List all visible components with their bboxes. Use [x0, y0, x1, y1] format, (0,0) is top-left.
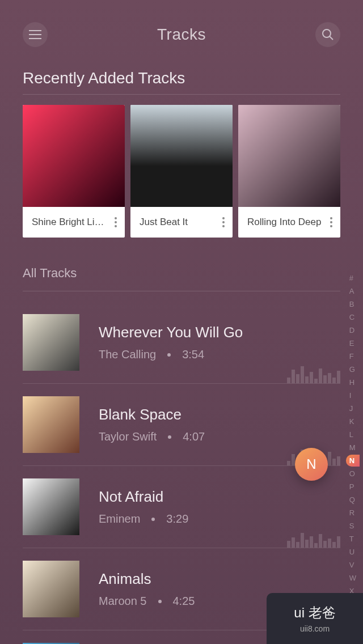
alpha-index-letter[interactable]: Q — [346, 494, 360, 506]
track-duration: 3:29 — [166, 512, 188, 526]
recent-card[interactable]: Just Beat It — [130, 105, 233, 238]
divider — [23, 291, 340, 291]
alpha-index-letter[interactable]: C — [346, 311, 360, 323]
equalizer-icon — [287, 533, 340, 548]
more-button[interactable] — [112, 215, 119, 230]
track-row[interactable]: Blank Space Taylor Swift 4:07 — [23, 384, 340, 466]
search-icon — [322, 28, 334, 41]
track-thumbnail — [23, 396, 79, 453]
track-row[interactable]: Wherever You Will Go The Calling 3:54 — [23, 302, 340, 384]
track-duration: 3:54 — [182, 348, 204, 361]
track-row[interactable]: Not Afraid Eminem 3:29 — [23, 466, 340, 548]
alpha-index-letter[interactable]: B — [346, 298, 360, 310]
track-title: Wherever You Will Go — [99, 324, 340, 341]
recently-added-row: Shine Bright Like... Just Beat It Rollin… — [23, 105, 340, 238]
page-title: Tracks — [157, 26, 206, 44]
alpha-index-letter[interactable]: S — [346, 520, 360, 532]
track-artist: The Calling — [99, 348, 156, 361]
alpha-index-letter[interactable]: L — [346, 429, 360, 440]
meta-separator-icon — [158, 600, 162, 603]
alpha-index-letter[interactable]: D — [346, 324, 360, 336]
recent-card-title: Rolling Into Deep — [247, 217, 321, 228]
divider — [23, 94, 340, 95]
recent-card-title: Shine Bright Like... — [32, 217, 108, 228]
recently-added-heading: Recently Added Tracks — [23, 69, 340, 87]
album-art — [238, 105, 340, 207]
meta-separator-icon — [168, 435, 171, 439]
track-title: Not Afraid — [99, 488, 340, 506]
track-meta: The Calling 3:54 — [99, 348, 340, 361]
alpha-index-letter[interactable]: K — [346, 416, 360, 427]
more-button[interactable] — [220, 215, 227, 230]
album-art — [130, 105, 233, 207]
album-art — [23, 105, 125, 207]
alpha-index-letter[interactable]: W — [346, 572, 360, 584]
track-duration: 4:25 — [173, 595, 195, 608]
alpha-index-letter[interactable]: G — [346, 363, 360, 375]
meta-separator-icon — [151, 518, 155, 521]
track-meta: Taylor Swift 4:07 — [99, 430, 340, 443]
track-thumbnail — [23, 478, 79, 535]
alpha-index-letter[interactable]: N — [346, 455, 360, 467]
track-thumbnail — [23, 314, 79, 371]
track-thumbnail — [23, 561, 79, 617]
recent-card[interactable]: Rolling Into Deep — [238, 105, 340, 238]
more-button[interactable] — [328, 215, 335, 230]
alpha-index-letter[interactable]: M — [346, 442, 360, 454]
alpha-index-letter[interactable]: R — [346, 507, 360, 519]
track-duration: 4:07 — [183, 430, 205, 443]
alpha-index-letter[interactable]: E — [346, 337, 360, 349]
alpha-index-letter[interactable]: V — [346, 559, 360, 571]
meta-separator-icon — [167, 353, 171, 357]
alpha-index-letter[interactable]: O — [346, 468, 360, 480]
hamburger-icon — [29, 30, 41, 39]
alpha-index-letter[interactable]: U — [346, 546, 360, 558]
search-button[interactable] — [315, 22, 340, 47]
watermark-title: ui 老爸 — [294, 604, 335, 622]
alpha-index-letter[interactable]: A — [346, 285, 360, 297]
alpha-index-letter[interactable]: I — [346, 389, 360, 401]
recent-card-title: Just Beat It — [140, 217, 188, 228]
track-artist: Taylor Swift — [99, 430, 157, 443]
track-artist: Maroon 5 — [99, 595, 147, 608]
track-title: Animals — [99, 570, 340, 588]
track-artist: Eminem — [99, 512, 140, 526]
alpha-index-letter[interactable]: P — [346, 481, 360, 493]
recent-card[interactable]: Shine Bright Like... — [23, 105, 125, 238]
alpha-index-letter[interactable]: F — [346, 350, 360, 362]
menu-button[interactable] — [23, 22, 48, 47]
watermark-url: uii8.com — [300, 624, 330, 633]
alpha-index[interactable]: #ABCDEFGHIJKLMNOPQRSTUVWXY — [346, 272, 360, 610]
alpha-index-letter[interactable]: H — [346, 376, 360, 388]
index-letter-fab[interactable]: N — [295, 448, 328, 481]
svg-point-0 — [323, 29, 331, 37]
all-tracks-heading: All Tracks — [23, 266, 340, 281]
watermark: ui 老爸 uii8.com — [267, 593, 363, 644]
track-title: Blank Space — [99, 406, 340, 423]
equalizer-icon — [287, 366, 340, 383]
alpha-index-letter[interactable]: J — [346, 402, 360, 414]
track-meta: Eminem 3:29 — [99, 512, 340, 526]
alpha-index-letter[interactable]: # — [346, 272, 360, 284]
alpha-index-letter[interactable]: T — [346, 533, 360, 545]
